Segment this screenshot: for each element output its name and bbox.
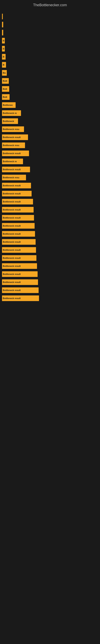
bar-item: Bottleneck result	[2, 183, 31, 188]
bar-row: B	[2, 38, 98, 44]
bar-label: Bo	[3, 72, 6, 74]
bar-item: Bottleneck result	[2, 263, 37, 269]
bar-item: Bott	[2, 78, 9, 84]
bar-item: Bottleneck result	[2, 167, 30, 172]
bar-label: Bottleneck result	[3, 297, 21, 300]
bar-item: Bottleneck re	[2, 110, 21, 116]
bar-item: Bottleneck result	[2, 199, 33, 204]
bar-item: B	[2, 54, 6, 60]
bar-row: Bottleneck resu	[2, 142, 98, 148]
bar-label: Bott	[3, 88, 7, 90]
bar-item: Bottleneck result	[2, 247, 36, 253]
bar-item	[2, 30, 3, 36]
bar-label: Bottleneck resu	[3, 176, 19, 179]
bar-row: Bottleneck result	[2, 239, 98, 245]
bar-label: Bottleneck result	[3, 273, 21, 275]
bar-item: Bottleneck resu	[2, 142, 25, 148]
bar-item: Bottleneck result	[2, 207, 34, 212]
bar-row: Bottleneck re	[2, 110, 98, 116]
bar-item: Bottleneck result	[2, 279, 38, 285]
bar-item: Bottleneck result	[2, 134, 28, 140]
bar-item: B	[2, 46, 5, 52]
bar-row: Bottleneck result	[2, 190, 98, 197]
bar-label: Bottleneck result	[3, 249, 21, 251]
bar-label: Bottleneck result	[3, 257, 21, 259]
bar-label: Bottleneck resu	[3, 144, 19, 146]
bar-item: Bottleneck result	[2, 296, 39, 301]
bar-label: Bottleneck re	[3, 112, 17, 114]
bar-item: Bottleneck result	[2, 150, 29, 156]
bar-label: Bottleneck result	[3, 168, 21, 171]
bar-label: Bottleneck result	[3, 200, 21, 203]
bar-item: B	[2, 38, 5, 44]
bar-label: Bottleneck result	[3, 208, 21, 211]
bar-row: Bottleneck result	[2, 134, 98, 140]
bar-row: Bott	[2, 86, 98, 92]
bar-item: Bottleneck result	[2, 231, 35, 237]
bar-row: Bottleneck result	[2, 206, 98, 213]
bar-row: Bottleneck result	[2, 150, 98, 156]
bar-label: Bottleneck result	[3, 192, 21, 195]
bar-item: Bottleneck	[2, 118, 18, 124]
bar-label: Bottleneck result	[3, 184, 21, 187]
bar-item	[2, 14, 3, 19]
bar-item: Bottleneck result	[2, 191, 32, 196]
bar-row: Bottleneck result	[2, 287, 98, 294]
bar-item: Bottleneck result	[2, 288, 39, 293]
bar-row: Bottleneck result	[2, 271, 98, 277]
bar-label: B	[3, 40, 4, 42]
bar-row: B	[2, 54, 98, 60]
bar-label: Bott	[3, 96, 7, 98]
bar-label: Bottleneck result	[3, 265, 21, 267]
bar-row: Bottleneck result	[2, 198, 98, 205]
bar-item: Bottleneck resu	[2, 126, 24, 132]
bar-item: Bott	[2, 86, 9, 92]
bar-label: Bottleneck result	[3, 281, 21, 283]
bar-label: Bottleneck result	[3, 216, 21, 219]
bar-row	[2, 21, 98, 28]
bar-label: Bottlenec	[3, 104, 13, 106]
bar-label: Bottleneck result	[3, 233, 21, 235]
bar-row: B	[2, 46, 98, 52]
bar-row: Bottleneck result	[2, 222, 98, 229]
bar-item: Bottleneck result	[2, 239, 36, 245]
bar-row: Bottleneck	[2, 118, 98, 124]
bar-label: B	[3, 56, 4, 58]
bar-row: Bottleneck result	[2, 182, 98, 189]
bar-item: Bottlenec	[2, 102, 16, 108]
bar-label: Bottleneck result	[3, 241, 21, 243]
bar-item: Bottleneck result	[2, 223, 35, 228]
bar-row: Bottlenec	[2, 102, 98, 108]
bar-row: Bottleneck result	[2, 295, 98, 302]
bar-item: Bo	[2, 70, 7, 76]
bar-row	[2, 30, 98, 36]
bar-item	[2, 22, 3, 27]
bar-item: Bottleneck resu	[2, 175, 26, 180]
bar-item: Bott	[2, 94, 10, 100]
bars-container: BBBBBoBottBottBottBottlenecBottleneck re…	[0, 9, 100, 305]
bar-row: Bottleneck result	[2, 279, 98, 285]
bar-row: B	[2, 62, 98, 68]
bar-label: Bottleneck result	[3, 224, 21, 227]
bar-label: B	[3, 48, 4, 50]
bar-row: Bo	[2, 70, 98, 76]
bar-row: Bottleneck result	[2, 166, 98, 173]
bar-row: Bottleneck result	[2, 214, 98, 221]
bar-item: Bottleneck result	[2, 255, 36, 261]
bar-row: Bott	[2, 78, 98, 84]
bar-label: Bottleneck re	[3, 160, 17, 162]
bar-row: Bottleneck result	[2, 255, 98, 261]
bar-row: Bottleneck result	[2, 231, 98, 237]
bar-label: Bottleneck resu	[3, 128, 19, 130]
site-title: TheBottlenecker.com	[0, 0, 100, 9]
bar-item: Bottleneck result	[2, 215, 34, 220]
bar-label: Bottleneck result	[3, 136, 21, 138]
bar-label: Bottleneck result	[3, 152, 21, 154]
bar-label: Bott	[3, 80, 7, 82]
bar-row: Bott	[2, 94, 98, 100]
bar-row: Bottleneck resu	[2, 126, 98, 132]
bar-row: Bottleneck re	[2, 158, 98, 164]
bar-row: Bottleneck result	[2, 247, 98, 253]
bar-item: Bottleneck re	[2, 158, 23, 164]
bar-row: Bottleneck resu	[2, 174, 98, 181]
